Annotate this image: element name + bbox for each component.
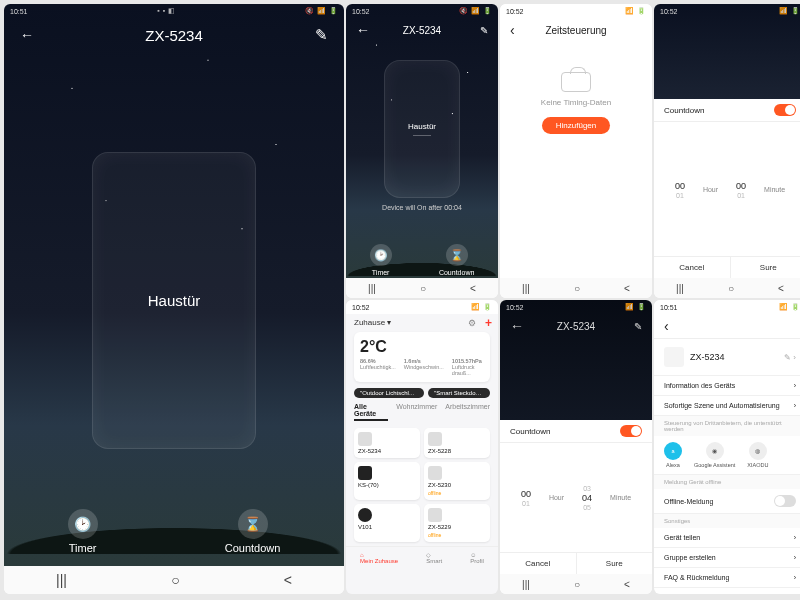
assistant-google[interactable]: ◉Google Assistent [694, 442, 735, 468]
row-group[interactable]: Gruppe erstellen› [654, 548, 800, 568]
weather-card[interactable]: 2°C 86.6%Luftfeuchtigk... 1.6m/sWindgesc… [354, 332, 490, 382]
device-name: Haustür [148, 292, 201, 309]
timer-button[interactable]: 🕑 Timer [68, 509, 98, 554]
countdown-toggle[interactable] [620, 425, 642, 437]
countdown-status: Device will On after 00:04 [346, 204, 498, 211]
hourglass-icon: ⌛ [238, 509, 268, 539]
row-share[interactable]: Gerät teilen› [654, 528, 800, 548]
empty-text: Keine Timing-Daten [500, 98, 652, 107]
device-card[interactable]: Haustür [92, 152, 255, 449]
assistant-alexa[interactable]: aAlexa [664, 442, 682, 468]
home-dashboard-screen: 10:52📶🔋 Zuhause ▾ ⚙ + 2°C 86.6%Luftfeuch… [346, 300, 498, 594]
cancel-button[interactable]: Cancel [654, 257, 730, 278]
rename-icon[interactable]: ✎ › [784, 353, 796, 362]
row-device-info[interactable]: Information des Geräts› [654, 376, 800, 396]
scene-chip[interactable]: "Outdoor Lichtschlauch" Brightn... [354, 388, 424, 398]
row-scene[interactable]: Sofortige Szene und Automatisierung› [654, 396, 800, 416]
time-picker[interactable]: 0001 Hour 0001 Minute [654, 122, 800, 256]
app-bar: ← ZX-5234 ✎ [4, 18, 344, 52]
nav-profile-tab[interactable]: ☺Profil [470, 552, 484, 564]
device-screen-countdown-active: 10:52🔇📶🔋 ←ZX-5234✎ Haustür Device will O… [346, 4, 498, 298]
time-picker[interactable]: 0001 Hour 030405 Minute [500, 443, 652, 552]
nav-home[interactable]: ○ [171, 572, 179, 588]
device-tile[interactable]: KS-(70) [354, 462, 420, 500]
countdown-button[interactable]: ⌛ Countdown [225, 509, 281, 554]
device-tile[interactable]: ZX-5234 [354, 428, 420, 458]
device-tile[interactable]: ZX-5228 [424, 428, 490, 458]
tab-room[interactable]: Arbeitszimmer [445, 403, 490, 421]
add-schedule-button[interactable]: Hinzufügen [542, 117, 610, 134]
device-header: ZX-5234 ✎ › [654, 339, 800, 376]
countdown-picker-screen-b: 10:52📶🔋 ←ZX-5234✎ Countdown 0001 Hour 03… [500, 300, 652, 594]
tab-all[interactable]: Alle Geräte [354, 403, 388, 421]
offline-toggle[interactable] [774, 495, 796, 507]
nav-home-tab[interactable]: ⌂Mein Zuhause [360, 552, 398, 564]
row-offline-toggle: Offline-Meldung [654, 489, 800, 514]
assistant-row: aAlexa ◉Google Assistent ◍XIAODU [654, 436, 800, 475]
row-homescreen[interactable]: Zum Startbildschirm hinzufügen› [654, 588, 800, 594]
bottom-nav: ⌂Mein Zuhause ◇Smart ☺Profil [346, 546, 498, 568]
sure-button[interactable]: Sure [576, 553, 653, 574]
clock: 10:51 [10, 8, 28, 15]
timer-schedule-screen: 10:52📶🔋 ‹Zeitsteuerung Keine Timing-Date… [500, 4, 652, 298]
nav-recents[interactable]: ||| [56, 572, 67, 588]
temperature: 2°C [360, 338, 484, 356]
device-settings-screen: 10:51📶🔋 ‹ ZX-5234 ✎ › Information des Ge… [654, 300, 800, 594]
clock-icon: 🕑 [68, 509, 98, 539]
sure-button[interactable]: Sure [730, 257, 801, 278]
scene-chip[interactable]: "Smart Steckdose m... [428, 388, 490, 398]
countdown-picker-screen-a: 10:52📶🔋 Countdown 0001 Hour 0001 Minute … [654, 4, 800, 298]
device-tile[interactable]: ZX-5229offline [424, 504, 490, 542]
add-device-icon[interactable]: + [485, 316, 492, 330]
timer-button[interactable]: 🕑Timer [370, 244, 392, 276]
device-tile[interactable]: ZX-5230offline [424, 462, 490, 500]
cancel-button[interactable]: Cancel [500, 553, 576, 574]
room-tabs: Alle Geräte Wohnzimmer Arbeitszimmer [346, 400, 498, 424]
main-device-screen: 10:51 ▪▪◧ 🔇📶🔋 ← ZX-5234 ✎ Haustür 🕑 Time… [4, 4, 344, 594]
countdown-button[interactable]: ⌛Countdown [439, 244, 474, 276]
assistant-xiaodu[interactable]: ◍XIAODU [747, 442, 768, 468]
back-icon[interactable]: ‹ [664, 318, 669, 334]
countdown-toggle[interactable] [774, 104, 796, 116]
device-tile[interactable]: V101 [354, 504, 420, 542]
tab-room[interactable]: Wohnzimmer [396, 403, 437, 421]
empty-illustration [561, 72, 591, 92]
settings-icon[interactable]: ⚙ [468, 318, 476, 328]
home-dropdown[interactable]: Zuhause ▾ [354, 318, 391, 327]
nav-smart-tab[interactable]: ◇Smart [426, 551, 442, 564]
page-title: ZX-5234 [4, 27, 344, 44]
device-thumb [664, 347, 684, 367]
android-nav: ||| ○ < [4, 566, 344, 594]
device-card[interactable]: Haustür [384, 60, 460, 198]
nav-back[interactable]: < [284, 572, 292, 588]
countdown-toggle-row: Countdown [654, 99, 800, 122]
row-faq[interactable]: FAQ & Rückmeldung› [654, 568, 800, 588]
status-bar: 10:51 ▪▪◧ 🔇📶🔋 [4, 4, 344, 18]
